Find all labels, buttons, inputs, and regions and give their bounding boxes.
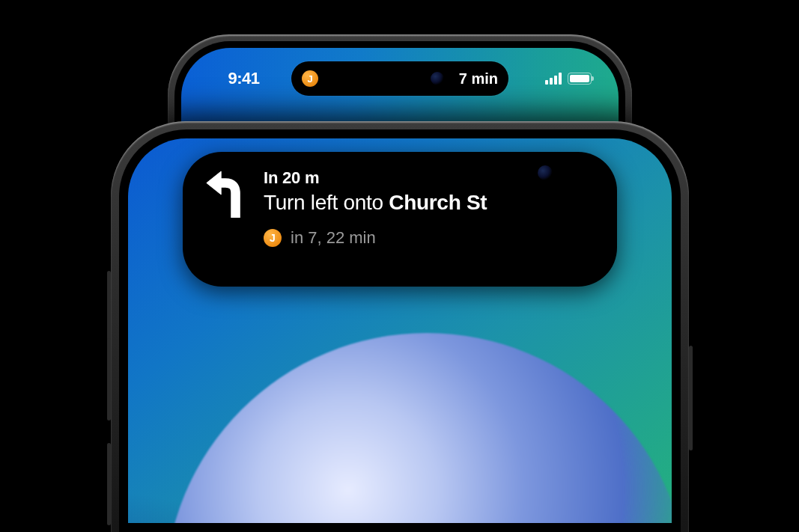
maps-app-badge: J bbox=[302, 70, 318, 87]
status-time: 9:41 bbox=[208, 69, 279, 88]
turn-maneuver: Turn left onto Church St bbox=[264, 191, 487, 215]
eta-compact: 7 min bbox=[459, 70, 498, 88]
status-bar: 9:41 J 7 min bbox=[181, 61, 619, 96]
maneuver-prefix: Turn left onto bbox=[264, 191, 389, 214]
phone-device-front: In 20 m Turn left onto Church St J in 7,… bbox=[111, 121, 689, 532]
wallpaper-graphic bbox=[165, 333, 672, 523]
turn-distance: In 20 m bbox=[264, 168, 487, 188]
dynamic-island-compact[interactable]: J 7 min bbox=[291, 61, 508, 96]
maps-app-badge: J bbox=[264, 229, 282, 247]
front-camera-icon bbox=[538, 165, 553, 180]
battery-icon bbox=[568, 73, 592, 85]
turn-instruction-group: In 20 m Turn left onto Church St J in 7,… bbox=[264, 168, 487, 248]
maneuver-road-name: Church St bbox=[389, 191, 487, 214]
secondary-eta-text: in 7, 22 min bbox=[291, 228, 376, 248]
phone-screen-front: In 20 m Turn left onto Church St J in 7,… bbox=[128, 138, 672, 523]
turn-left-arrow-icon bbox=[204, 168, 247, 219]
front-camera-icon bbox=[431, 72, 444, 85]
cellular-signal-icon bbox=[545, 73, 562, 85]
status-right-group bbox=[520, 73, 592, 85]
secondary-eta-row: J in 7, 22 min bbox=[264, 228, 487, 248]
dynamic-island-expanded[interactable]: In 20 m Turn left onto Church St J in 7,… bbox=[183, 152, 617, 287]
phone-bezel: In 20 m Turn left onto Church St J in 7,… bbox=[119, 129, 681, 532]
